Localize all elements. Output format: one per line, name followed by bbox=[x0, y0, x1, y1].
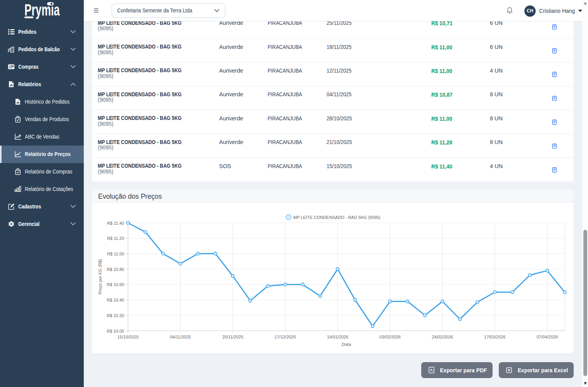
svg-text:R$ 10.80: R$ 10.80 bbox=[107, 267, 124, 272]
svg-text:14/01/2026: 14/01/2026 bbox=[327, 335, 348, 339]
svg-text:25/11/2025: 25/11/2025 bbox=[222, 335, 243, 339]
svg-text:MP LEITE CONDENSADO - BAG 5KG: MP LEITE CONDENSADO - BAG 5KG (9095) bbox=[293, 215, 380, 220]
svg-text:R$ 10.60: R$ 10.60 bbox=[107, 282, 124, 287]
svg-text:24/02/2026: 24/02/2026 bbox=[432, 335, 453, 339]
svg-text:R$ 10.40: R$ 10.40 bbox=[107, 298, 124, 302]
svg-text:15/10/2025: 15/10/2025 bbox=[117, 335, 138, 339]
svg-text:Preço por KG (R$): Preço por KG (R$) bbox=[98, 259, 102, 294]
svg-text:07/04/2026: 07/04/2026 bbox=[536, 335, 558, 339]
svg-text:17/12/2025: 17/12/2025 bbox=[275, 335, 296, 339]
svg-text:Prymia: Prymia bbox=[24, 0, 60, 19]
svg-text:R$ 11.20: R$ 11.20 bbox=[107, 236, 124, 241]
svg-text:R$ 10.20: R$ 10.20 bbox=[107, 313, 124, 318]
svg-text:R$ 11.00: R$ 11.00 bbox=[107, 252, 124, 256]
svg-text:03/02/2026: 03/02/2026 bbox=[379, 335, 401, 339]
svg-text:R$ 10.00: R$ 10.00 bbox=[107, 329, 124, 333]
svg-text:R$ 11.40: R$ 11.40 bbox=[107, 221, 124, 226]
svg-text:Data: Data bbox=[342, 342, 351, 347]
svg-text:04/11/2025: 04/11/2025 bbox=[170, 335, 191, 339]
svg-text:17/03/2026: 17/03/2026 bbox=[484, 335, 505, 339]
